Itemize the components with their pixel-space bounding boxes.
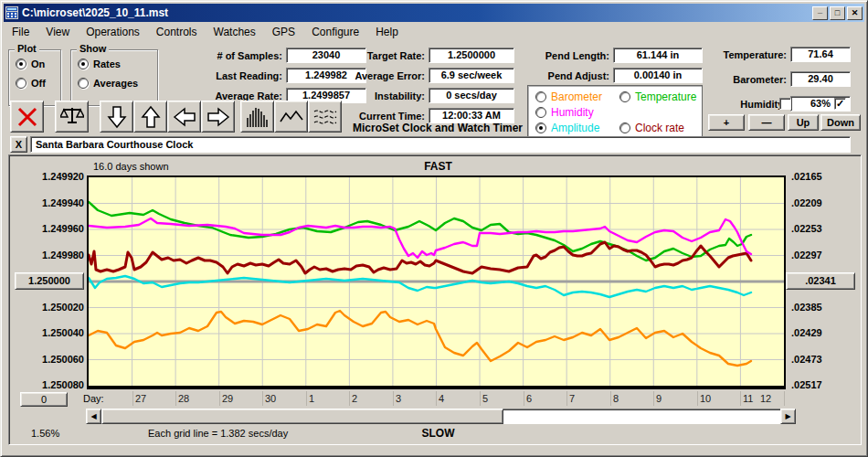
radio-label: Off bbox=[31, 78, 46, 89]
menu-bar: FileViewOperationsControlsWatchesGPSConf… bbox=[4, 23, 864, 41]
radio-icon bbox=[535, 107, 546, 118]
menu-item-operations[interactable]: Operations bbox=[78, 24, 148, 40]
stat-value-field[interactable]: 29.40 bbox=[790, 71, 851, 87]
day-tick-mark bbox=[566, 391, 567, 406]
delete-button[interactable] bbox=[10, 101, 44, 133]
minus-button[interactable]: — bbox=[748, 114, 785, 131]
stat-row-pend-length-: Pend Length:61.144 in bbox=[509, 48, 704, 63]
series-radio-clock-rate[interactable]: Clock rate bbox=[619, 122, 684, 134]
delete-x-icon bbox=[16, 106, 38, 128]
day-tick-label: 2 bbox=[352, 393, 357, 404]
radio-label: Rates bbox=[93, 58, 121, 69]
stat-row-average-error-: Average Error:6.9 sec/week bbox=[317, 68, 516, 83]
day-axis-label: Day: bbox=[83, 393, 104, 404]
arrow-up-icon bbox=[141, 105, 161, 129]
balance-button[interactable] bbox=[55, 101, 89, 133]
fast-label: FAST bbox=[89, 160, 788, 173]
left-axis-tick: 1.249920 bbox=[15, 171, 84, 182]
scroll-left-button[interactable]: ◀ bbox=[86, 409, 101, 424]
left-axis-tick: 1.249960 bbox=[15, 223, 84, 234]
pendulum-column: Pend Length:61.144 inPend Adjust:0.00140… bbox=[509, 48, 704, 88]
option-checkbox-1[interactable] bbox=[779, 98, 791, 110]
day-tick-mark bbox=[480, 391, 481, 406]
show-radio-averages[interactable]: Averages bbox=[78, 78, 157, 89]
slow-label: SLOW bbox=[89, 427, 788, 440]
stat-label: Pend Adjust: bbox=[509, 70, 609, 81]
plot-radio-on[interactable]: On bbox=[16, 58, 60, 69]
scroll-right-button[interactable]: ▶ bbox=[780, 409, 796, 424]
stat-value-field[interactable]: 61.144 in bbox=[613, 48, 703, 63]
minimize-button[interactable]: _ bbox=[812, 6, 828, 20]
shift-down-button[interactable] bbox=[100, 101, 133, 133]
radio-icon bbox=[78, 78, 89, 89]
radio-label: Temperature bbox=[635, 90, 696, 103]
series-radio-humidity[interactable]: Humidity bbox=[535, 106, 594, 119]
menu-item-configure[interactable]: Configure bbox=[303, 24, 367, 40]
day-tick-label: 9 bbox=[656, 393, 662, 404]
rate-view-button[interactable] bbox=[274, 101, 308, 133]
plot-area[interactable] bbox=[87, 175, 786, 389]
right-axis-tick: .02473 bbox=[791, 354, 822, 365]
stat-value-field[interactable]: 71.64 bbox=[790, 47, 851, 62]
stat-label: Pend Length: bbox=[509, 50, 609, 61]
menu-item-help[interactable]: Help bbox=[367, 24, 407, 40]
stat-label: Temperature: bbox=[692, 49, 787, 60]
menu-item-file[interactable]: File bbox=[4, 24, 37, 40]
scroll-right-icon: ▶ bbox=[785, 412, 790, 420]
radio-icon bbox=[619, 91, 630, 102]
pan-right-button[interactable] bbox=[201, 101, 235, 133]
stat-value-field[interactable]: 6.9 sec/week bbox=[429, 68, 514, 83]
clock-name-field[interactable]: Santa Barbara Courthouse Clock bbox=[30, 136, 851, 153]
plus-button[interactable]: + bbox=[708, 114, 745, 131]
histogram-view-button[interactable] bbox=[240, 101, 274, 133]
plot-radio-off[interactable]: Off bbox=[16, 78, 60, 89]
left-axis-center-button[interactable]: 1.250000 bbox=[15, 272, 84, 290]
day-tick-mark bbox=[436, 391, 437, 406]
day-tick-mark bbox=[524, 391, 524, 406]
show-radio-rates[interactable]: Rates bbox=[78, 58, 157, 69]
stat-label: Barometer: bbox=[692, 74, 787, 85]
maximize-button[interactable]: □ bbox=[830, 6, 845, 20]
plot-groupbox: Plot OnOff bbox=[8, 49, 61, 106]
menu-item-watches[interactable]: Watches bbox=[206, 24, 264, 40]
day-tick-mark bbox=[697, 391, 698, 406]
right-axis-center-button[interactable]: .02341 bbox=[786, 272, 855, 290]
series-radio-amplitude[interactable]: Amplitude bbox=[535, 122, 599, 134]
right-axis-tick: .02209 bbox=[791, 197, 822, 208]
stat-value-field[interactable]: 1.2500000 bbox=[429, 48, 514, 63]
day-tick-label: 27 bbox=[135, 393, 146, 404]
stat-label: Instability: bbox=[317, 90, 425, 101]
clear-name-button[interactable]: X bbox=[10, 136, 27, 153]
averages-view-button[interactable] bbox=[308, 101, 342, 133]
left-axis-tick: 1.249980 bbox=[15, 250, 84, 260]
down-button[interactable]: Down bbox=[820, 114, 861, 131]
shift-up-button[interactable] bbox=[133, 101, 167, 133]
stat-value-field[interactable]: 0 secs/day bbox=[429, 88, 514, 103]
stat-value-field[interactable]: 0.00140 in bbox=[613, 68, 703, 83]
left-axis-tick: 1.249940 bbox=[15, 197, 84, 208]
title-bar[interactable]: C:\microset\2025_10_11.mst _ □ ✕ bbox=[4, 4, 864, 22]
menu-item-controls[interactable]: Controls bbox=[148, 24, 206, 40]
day-tick-mark bbox=[349, 391, 350, 406]
pan-left-button[interactable] bbox=[167, 101, 201, 133]
day-tick-mark bbox=[610, 391, 611, 406]
radio-label: Barometer bbox=[551, 90, 602, 103]
series-radio-temperature[interactable]: Temperature bbox=[619, 90, 696, 103]
option-checkbox-2[interactable]: ✓ bbox=[834, 98, 846, 110]
series-radio-barometer[interactable]: Barometer bbox=[535, 90, 602, 103]
scrollbar-thumb[interactable] bbox=[101, 409, 503, 424]
zero-button[interactable]: 0 bbox=[20, 392, 68, 407]
stat-label: Average Error: bbox=[317, 70, 425, 81]
zoom-percent-label: 1.56% bbox=[31, 428, 59, 439]
balance-scale-icon bbox=[60, 106, 84, 128]
day-tick-label: 7 bbox=[569, 393, 575, 404]
right-axis-tick: .02517 bbox=[791, 379, 822, 390]
close-button[interactable]: ✕ bbox=[847, 6, 863, 20]
up-button[interactable]: Up bbox=[788, 114, 819, 131]
app-title: MicroSet Clock and Watch Timer bbox=[353, 122, 523, 134]
window-title: C:\microset\2025_10_11.mst bbox=[22, 6, 810, 19]
stat-row-temperature-: Temperature:71.64 bbox=[692, 47, 852, 62]
rate-stats-column: Target Rate:1.2500000Average Error:6.9 s… bbox=[317, 48, 516, 128]
menu-item-gps[interactable]: GPS bbox=[264, 24, 303, 40]
menu-item-view[interactable]: View bbox=[37, 24, 78, 40]
